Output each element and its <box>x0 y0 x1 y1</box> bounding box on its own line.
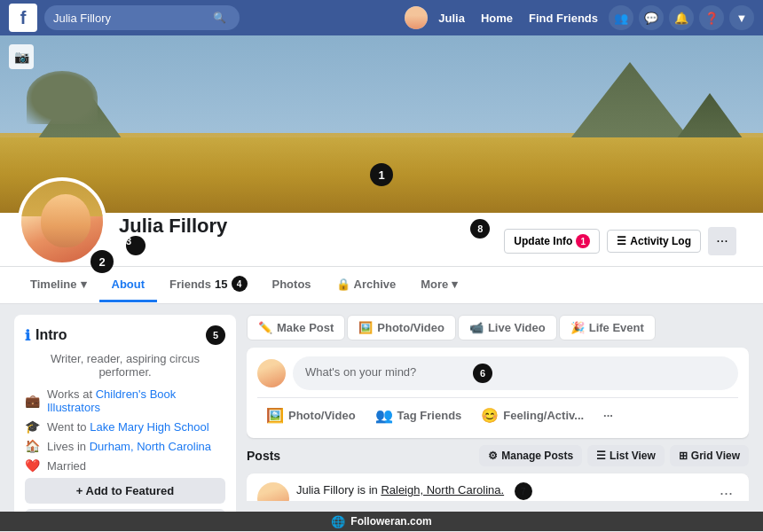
friends-request-icon[interactable]: 👥 <box>609 5 633 30</box>
relationship-status: Married <box>47 459 86 473</box>
post-user-details: Julia Fillory is in Raleigh, North Carol… <box>296 482 532 501</box>
update-info-badge: 1 <box>576 234 590 248</box>
photo-video-action-icon: 🖼️ <box>266 407 284 424</box>
grid-view-icon: ⊞ <box>679 450 688 462</box>
cover-photo-camera-icon[interactable]: 📷 <box>9 44 34 69</box>
label-5: 5 <box>206 325 225 345</box>
facebook-logo: Facebookf <box>9 4 37 32</box>
intro-work-detail: 💼 Works at Children's Book Illustrators <box>25 387 225 414</box>
tab-timeline-label: Timeline <box>30 278 77 291</box>
intro-school-detail: 🎓 Went to Lake Mary High School <box>25 419 225 434</box>
photo-video-icon: 🖼️ <box>358 321 373 334</box>
list-view-label: List View <box>610 450 656 462</box>
tag-friends-action-button[interactable]: 👥 Tag Friends <box>366 402 471 429</box>
label-6: 6 <box>473 364 492 383</box>
posts-title: Posts <box>247 449 280 463</box>
profile-photo-face <box>41 194 90 247</box>
tab-more[interactable]: More ▾ <box>408 269 470 302</box>
intro-location-detail: 🏠 Lives in Durham, North Carolina <box>25 439 225 453</box>
live-video-label: Live Video <box>488 321 546 334</box>
manage-posts-label: Manage Posts <box>501 450 573 462</box>
intro-icon: ℹ <box>25 327 30 344</box>
nav-home-link[interactable]: Home <box>476 8 518 28</box>
label-7: 7 <box>515 482 532 500</box>
add-to-featured-button[interactable]: + Add to Featured <box>25 478 225 504</box>
location-link[interactable]: Durham, North Carolina <box>90 440 211 453</box>
create-post-avatar <box>257 359 286 387</box>
more-create-actions-icon: ··· <box>603 409 613 422</box>
tab-timeline[interactable]: Timeline ▾ <box>18 269 99 302</box>
create-post-input[interactable]: What's on your mind? 6 <box>293 356 738 390</box>
intro-title: Intro <box>35 327 67 343</box>
tab-friends-label: Friends <box>169 278 211 291</box>
activity-log-button[interactable]: ☰ Activity Log <box>607 230 701 253</box>
tab-more-arrow: ▾ <box>452 278 458 291</box>
home-icon: 🏠 <box>25 439 40 453</box>
live-video-icon: 📹 <box>469 321 484 334</box>
post-header: Julia Fillory is in Raleigh, North Carol… <box>257 482 738 501</box>
search-bar[interactable]: 🔍 <box>44 5 240 30</box>
post-type-tabs: ✏️ Make Post 🖼️ Photo/Video 📹 Live Video… <box>247 315 749 340</box>
list-view-button[interactable]: ☰ List View <box>587 445 665 466</box>
search-input[interactable] <box>53 12 213 25</box>
post-options-button[interactable]: ··· <box>714 482 738 501</box>
make-post-icon: ✏️ <box>258 321 272 334</box>
nav-find-friends-link[interactable]: Find Friends <box>523 8 603 28</box>
help-icon[interactable]: ❓ <box>699 5 724 30</box>
create-post-actions: 🖼️ Photo/Video 👥 Tag Friends 😊 Feeling/A… <box>257 397 738 429</box>
life-event-tab[interactable]: 🎉 Life Event <box>559 315 656 340</box>
photo-video-label: Photo/Video <box>377 321 444 334</box>
post-user-info: Julia Fillory is in Raleigh, North Carol… <box>257 482 532 501</box>
tab-about[interactable]: About <box>99 269 158 302</box>
tag-friends-action-label: Tag Friends <box>397 409 462 422</box>
tab-more-label: More <box>421 278 448 291</box>
live-video-tab[interactable]: 📹 Live Video <box>458 315 557 340</box>
cover-photo: 📷 1 <box>0 35 763 213</box>
tab-about-label: About <box>112 278 146 291</box>
messenger-icon[interactable]: 💬 <box>639 5 664 30</box>
account-dropdown-icon[interactable]: ▼ <box>729 5 754 30</box>
update-info-button[interactable]: Update Info 1 <box>504 229 600 254</box>
post-location[interactable]: Raleigh, North Carolina. <box>381 483 504 497</box>
more-create-actions-button[interactable]: ··· <box>594 402 622 429</box>
tab-timeline-arrow: ▾ <box>81 278 87 291</box>
list-view-icon: ☰ <box>596 450 606 462</box>
notifications-icon[interactable]: 🔔 <box>669 5 694 30</box>
photo-video-action-button[interactable]: 🖼️ Photo/Video <box>257 402 365 429</box>
intro-relationship-detail: ❤️ Married <box>25 458 225 473</box>
tab-archive[interactable]: 🔒 Archive <box>324 269 409 302</box>
more-options-button[interactable]: ··· <box>708 227 736 255</box>
label-4: 4 <box>232 276 248 292</box>
intro-card: ℹ Intro 5 Writer, reader, aspiring circu… <box>14 315 236 512</box>
feeling-activity-action-button[interactable]: 😊 Feeling/Activ... <box>472 402 593 429</box>
make-post-label: Make Post <box>277 321 334 334</box>
feeling-action-label: Feeling/Activ... <box>503 409 584 422</box>
activity-log-label: Activity Log <box>630 235 691 247</box>
post-card: Julia Fillory is in Raleigh, North Carol… <box>247 473 749 501</box>
nav-username[interactable]: Julia <box>433 8 470 28</box>
tab-friends-count: 15 <box>215 278 227 291</box>
right-feed: ✏️ Make Post 🖼️ Photo/Video 📹 Live Video… <box>247 315 749 501</box>
tab-photos[interactable]: Photos <box>260 269 324 302</box>
life-event-icon: 🎉 <box>570 321 585 334</box>
work-icon: 💼 <box>25 394 40 408</box>
cover-area: 📷 1 2 Julia Fillory 3 8 Update Info 1 <box>0 35 763 304</box>
add-links-button[interactable]: + Add Instagram, Websites, Other Links <box>25 509 225 512</box>
footer-globe-icon: 🌐 <box>331 515 345 528</box>
grid-view-label: Grid View <box>691 450 740 462</box>
tab-friends[interactable]: Friends 15 4 <box>157 267 259 303</box>
grid-view-button[interactable]: ⊞ Grid View <box>670 445 749 466</box>
work-link[interactable]: Children's Book Illustrators <box>47 387 176 414</box>
top-navigation: Facebookf 🔍 Julia Home Find Friends 👥 💬 … <box>0 0 763 35</box>
make-post-tab[interactable]: ✏️ Make Post <box>247 315 345 340</box>
feeling-action-icon: 😊 <box>481 407 499 424</box>
life-event-label: Life Event <box>589 321 644 334</box>
school-link[interactable]: Lake Mary High School <box>90 420 208 434</box>
label-1: 1 <box>370 163 393 186</box>
school-icon: 🎓 <box>25 419 40 434</box>
manage-posts-button[interactable]: ⚙ Manage Posts <box>479 445 582 466</box>
photo-video-tab[interactable]: 🖼️ Photo/Video <box>347 315 456 340</box>
photo-video-action-label: Photo/Video <box>288 409 356 422</box>
posts-controls: ⚙ Manage Posts ☰ List View ⊞ Grid View <box>479 445 749 466</box>
left-sidebar: ℹ Intro 5 Writer, reader, aspiring circu… <box>14 315 236 501</box>
